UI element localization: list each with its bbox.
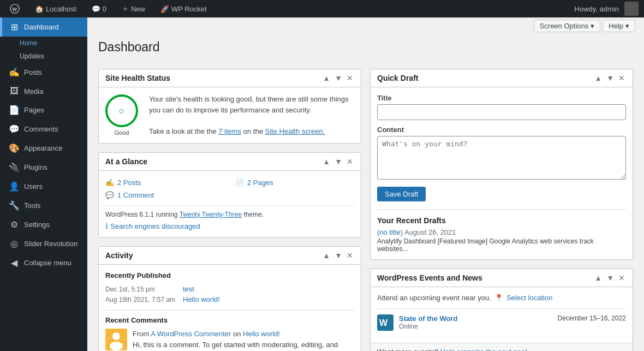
wp-events-close[interactable]: ✕: [617, 274, 626, 282]
svg-text:W: W: [379, 318, 388, 328]
draft-content-textarea[interactable]: [377, 136, 626, 180]
quick-draft-collapse-up[interactable]: ▲: [593, 74, 603, 82]
comments-icon: 💬: [9, 124, 20, 134]
main-content: Screen Options ▾ Help ▾ Dashboard Site H…: [87, 17, 644, 351]
sidebar-item-users[interactable]: 👤 Users: [0, 177, 87, 196]
activity-close[interactable]: ✕: [345, 252, 354, 259]
glance-close[interactable]: ✕: [345, 158, 354, 165]
glance-comments-link[interactable]: 1 Comment: [117, 191, 154, 199]
help-button[interactable]: Help ▾: [603, 20, 635, 32]
sidebar-item-posts[interactable]: ✍ Posts: [0, 63, 87, 82]
save-draft-button[interactable]: Save Draft: [377, 187, 426, 201]
wp-events-collapse-down[interactable]: ▼: [605, 274, 615, 282]
svg-text:W: W: [13, 7, 17, 12]
new-content-button[interactable]: ＋ New: [117, 0, 150, 17]
sidebar-item-pages[interactable]: 📄 Pages: [0, 100, 87, 120]
glance-collapse-down[interactable]: ▼: [333, 158, 343, 165]
health-checkmark-icon: ○: [119, 105, 125, 117]
sidebar-label-appearance: Appearance: [24, 144, 62, 152]
site-health-collapse-up[interactable]: ▲: [321, 74, 331, 82]
admin-bar: W 🏠 Localhost 💬 0 ＋ New 🚀 WP Rocket Howd…: [0, 0, 644, 17]
user-avatar: [624, 2, 639, 16]
event-more-block: Want more events? Help organize the next…: [371, 343, 633, 351]
comment-content-0: From A WordPress Commenter on Hello worl…: [133, 329, 354, 351]
site-health-collapse-down[interactable]: ▼: [333, 74, 343, 82]
sidebar-subitem-updates[interactable]: Updates: [0, 50, 87, 63]
activity-post-link-1[interactable]: Hello world!: [183, 295, 220, 304]
sidebar-collapse-button[interactable]: ◀ Collapse menu: [0, 253, 87, 272]
event-name-0[interactable]: State of the Word: [399, 314, 552, 323]
activity-collapse-up[interactable]: ▲: [321, 252, 331, 259]
settings-icon: ⚙: [9, 219, 20, 230]
quick-draft-controls: ▲ ▼ ✕: [593, 74, 626, 82]
comments-button[interactable]: 💬 0: [87, 0, 111, 17]
sidebar-item-settings[interactable]: ⚙ Settings: [0, 215, 87, 234]
draft-title-link-0[interactable]: (no title): [377, 228, 403, 236]
comment-author-link[interactable]: A WordPress Commenter: [151, 330, 231, 338]
wp-events-collapse-up[interactable]: ▲: [593, 274, 603, 282]
theme-link[interactable]: Twenty Twenty-Three: [180, 211, 242, 218]
event-logo-0: W: [377, 314, 393, 331]
drafts-title: Your Recent Drafts: [377, 209, 626, 225]
sidebar-item-media[interactable]: 🖼 Media: [0, 82, 87, 100]
site-health-screen-link[interactable]: Site Health screen.: [265, 127, 325, 135]
dashboard-grid: Site Health Status ▲ ▼ ✕ ○: [87, 69, 644, 351]
content-label: Content: [377, 126, 626, 134]
health-circle: ○: [105, 94, 138, 127]
site-health-close[interactable]: ✕: [345, 74, 354, 82]
quick-draft-widget: Quick Draft ▲ ▼ ✕ Title Content Save Dra…: [370, 69, 633, 260]
svg-point-3: [112, 332, 120, 340]
info-icon: ℹ: [105, 222, 108, 230]
organize-event-link[interactable]: Help organize the next one!: [440, 348, 527, 351]
site-name-button[interactable]: 🏠 Localhost: [31, 0, 81, 17]
sidebar-item-dashboard[interactable]: ⊞ Dashboard: [0, 17, 87, 37]
sidebar-item-tools[interactable]: 🔧 Tools: [0, 196, 87, 215]
sidebar-item-slider-revolution[interactable]: ◎ Slider Revolution: [0, 234, 87, 253]
sidebar-label-tools: Tools: [24, 201, 40, 210]
activity-post-0: Dec 1st, 5:15 pm test: [105, 284, 354, 294]
activity-post-link-0[interactable]: test: [183, 285, 194, 293]
sidebar-item-appearance[interactable]: 🎨 Appearance: [0, 139, 87, 158]
events-intro: Attend an upcoming event near you. 📍 Sel…: [377, 294, 626, 302]
comment-avatar-0: [105, 329, 127, 350]
site-health-title: Site Health Status: [105, 74, 170, 82]
collapse-icon: ◀: [9, 258, 20, 268]
sidebar-subitem-home[interactable]: Home: [0, 37, 87, 50]
wp-logo-button[interactable]: W: [5, 0, 24, 17]
location-pin-icon: 📍: [494, 294, 503, 302]
sidebar-label-slider-revolution: Slider Revolution: [24, 240, 77, 248]
select-location-link[interactable]: Select location: [506, 294, 553, 302]
sidebar-label-dashboard: Dashboard: [24, 23, 59, 31]
glance-collapse-up[interactable]: ▲: [321, 158, 331, 165]
wp-events-widget: WordPress Events and News ▲ ▼ ✕ Attend a…: [370, 269, 633, 351]
wp-rocket-button[interactable]: 🚀 WP Rocket: [156, 0, 211, 17]
sidebar-item-plugins[interactable]: 🔌 Plugins: [0, 158, 87, 177]
site-health-items-link[interactable]: 7 items: [218, 127, 241, 135]
search-engines-link[interactable]: Search engines discouraged: [110, 222, 200, 230]
glance-pages-link[interactable]: 2 Pages: [247, 179, 273, 187]
glance-posts: ✍ 2 Posts: [105, 177, 224, 188]
activity-title: Activity: [105, 251, 133, 260]
comment-post-link[interactable]: Hello world!: [243, 330, 280, 338]
health-status-label: Good: [105, 129, 138, 136]
sidebar-item-comments[interactable]: 💬 Comments: [0, 120, 87, 139]
event-location-0: Online: [399, 323, 552, 330]
draft-item-0: (no title) August 26, 2021 Analytify Das…: [377, 228, 626, 253]
slider-revolution-icon: ◎: [9, 239, 20, 249]
draft-title-input[interactable]: [377, 104, 626, 120]
glance-posts-link[interactable]: 2 Posts: [117, 179, 141, 187]
posts-count-icon: ✍: [105, 179, 114, 187]
quick-draft-collapse-down[interactable]: ▼: [605, 74, 615, 82]
quick-draft-title: Quick Draft: [377, 74, 418, 82]
tools-icon: 🔧: [9, 200, 20, 211]
activity-body: Recently Published Dec 1st, 5:15 pm test…: [99, 265, 361, 351]
posts-icon: ✍: [9, 67, 20, 78]
sidebar-label-plugins: Plugins: [24, 163, 47, 171]
activity-collapse-down[interactable]: ▼: [333, 252, 343, 259]
quick-draft-close[interactable]: ✕: [617, 74, 626, 82]
site-health-controls: ▲ ▼ ✕: [321, 74, 354, 82]
sidebar-label-users: Users: [24, 182, 43, 191]
screen-options-button[interactable]: Screen Options ▾: [534, 20, 601, 32]
chevron-down-icon: ▾: [591, 22, 594, 30]
at-a-glance-body: ✍ 2 Posts 📄 2 Pages 💬 1 Comment: [99, 171, 361, 237]
